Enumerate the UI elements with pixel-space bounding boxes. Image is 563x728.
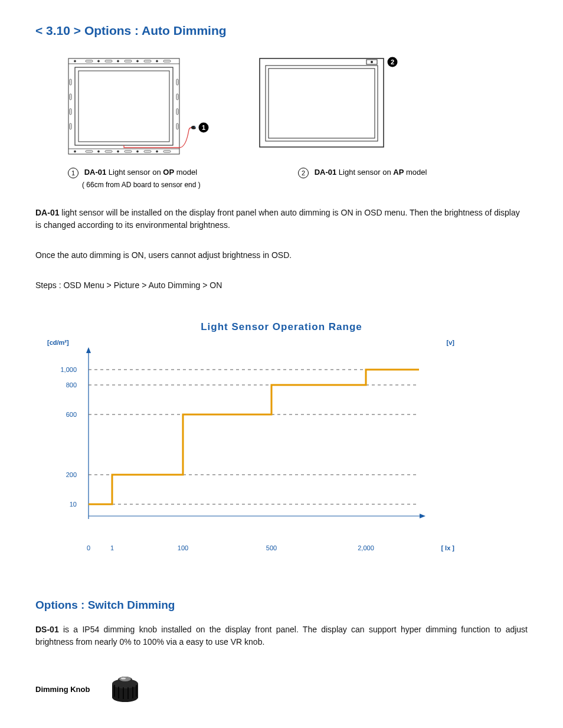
- svg-rect-8: [125, 60, 132, 62]
- svg-point-21: [156, 151, 158, 152]
- caption-row: 1 DA-01 Light sensor on OP model ( 66cm …: [68, 168, 528, 189]
- svg-point-9: [137, 60, 139, 62]
- para1-text: light sensor will be installed on the di…: [35, 208, 520, 230]
- da01-bold: DA-01: [35, 208, 59, 217]
- svg-text:1: 1: [202, 124, 205, 131]
- svg-point-33: [191, 126, 196, 129]
- svg-rect-29: [176, 109, 178, 115]
- svg-point-13: [74, 151, 76, 152]
- xtick-2000: 2,000: [351, 544, 381, 551]
- para-description: DA-01 light sensor will be installed on …: [35, 207, 528, 231]
- caption2-suffix: model: [404, 168, 427, 177]
- svg-point-63: [119, 677, 131, 681]
- para-steps: Steps : OSD Menu > Picture > Auto Dimmin…: [35, 279, 528, 292]
- svg-rect-30: [176, 123, 178, 129]
- svg-text:2: 2: [391, 58, 394, 66]
- svg-rect-12: [163, 60, 171, 62]
- knob-row: Dimming Knob: [35, 672, 528, 707]
- svg-marker-45: [86, 347, 91, 353]
- xtick-100: 100: [168, 544, 198, 551]
- ds01-bold: DS-01: [35, 625, 59, 634]
- svg-rect-18: [125, 151, 132, 152]
- svg-rect-10: [144, 60, 151, 62]
- diagram-ap-model: 2: [257, 56, 410, 162]
- caption-ap: 2 DA-01 Light sensor on AP model: [298, 168, 427, 189]
- svg-rect-20: [144, 151, 151, 152]
- svg-point-64: [121, 678, 126, 680]
- svg-rect-28: [176, 94, 178, 100]
- svg-rect-38: [266, 66, 378, 141]
- xtick-500: 500: [257, 544, 286, 551]
- svg-rect-25: [70, 109, 71, 115]
- page-title: < 3.10 > Options : Auto Dimming: [35, 24, 528, 38]
- svg-rect-6: [105, 60, 112, 62]
- chart: [cd/m²] [v] [ lx ] 1,000 800 600 200 10 …: [41, 339, 454, 551]
- callout-number-1: 1: [68, 168, 78, 178]
- diagram-op-model: 1: [68, 56, 210, 162]
- caption-op: 1 DA-01 Light sensor on OP model ( 66cm …: [68, 168, 233, 189]
- svg-rect-4: [86, 60, 93, 62]
- da01-label-1: DA-01: [84, 168, 107, 177]
- sub-caption-1: ( 66cm from AD board to sensor end ): [82, 181, 233, 189]
- caption2-mid: Light sensor on: [336, 168, 393, 177]
- para-switch-dimming: DS-01 is a IP54 dimming knob installed o…: [35, 623, 528, 648]
- svg-point-15: [98, 151, 100, 152]
- svg-rect-39: [269, 68, 375, 138]
- chart-title: Light Sensor Operation Range: [35, 321, 528, 333]
- da01-label-2: DA-01: [315, 168, 337, 177]
- svg-rect-26: [70, 123, 71, 129]
- knob-label: Dimming Knob: [35, 685, 90, 694]
- svg-rect-31: [75, 67, 173, 145]
- caption1-mid: Light sensor on: [106, 168, 163, 177]
- x-axis-label: [ lx ]: [441, 544, 454, 551]
- svg-point-34: [195, 126, 196, 128]
- section2-text: is a IP54 dimming knob installed on the …: [35, 625, 528, 647]
- svg-point-17: [117, 151, 119, 152]
- svg-rect-22: [163, 151, 171, 152]
- svg-point-11: [156, 60, 158, 62]
- para-note: Once the auto dimming is ON, users canno…: [35, 249, 528, 262]
- svg-rect-37: [260, 58, 384, 147]
- svg-rect-16: [105, 151, 112, 152]
- svg-point-41: [371, 61, 373, 63]
- chart-section: Light Sensor Operation Range [cd/m²] [v]…: [35, 321, 528, 551]
- svg-rect-0: [68, 58, 179, 154]
- svg-rect-27: [176, 79, 178, 85]
- svg-point-5: [98, 60, 100, 62]
- svg-point-7: [117, 60, 119, 62]
- svg-point-19: [137, 151, 139, 152]
- xtick-1: 1: [97, 544, 127, 551]
- knob-icon: [107, 672, 143, 707]
- svg-rect-14: [86, 151, 93, 152]
- svg-rect-24: [70, 94, 71, 100]
- svg-rect-23: [70, 79, 71, 85]
- model-ap: AP: [393, 168, 404, 177]
- caption1-suffix: model: [174, 168, 197, 177]
- svg-rect-32: [78, 71, 169, 142]
- diagrams-row: 1 2: [68, 56, 528, 162]
- callout-number-2: 2: [298, 168, 309, 178]
- svg-point-3: [74, 60, 76, 62]
- section-switch-dimming-title: Options : Switch Dimming: [35, 599, 528, 612]
- model-op: OP: [163, 168, 174, 177]
- svg-marker-47: [420, 514, 425, 518]
